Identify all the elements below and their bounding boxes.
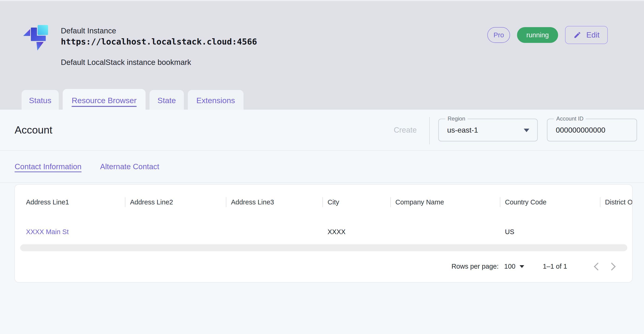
company-name-cell [390, 219, 500, 244]
tab-status-label: Status [29, 96, 51, 105]
edit-button[interactable]: Edit [565, 26, 608, 44]
contact-information-card: Address Line1 Address Line2 Address Line… [14, 184, 632, 283]
address-line1-link[interactable]: XXXX Main St [26, 228, 69, 236]
account-id-field: Account ID [547, 119, 637, 141]
account-toolbar: Account Create Region us-east-1 Account … [0, 110, 644, 151]
account-id-input[interactable] [556, 119, 632, 141]
tab-state-label: State [158, 96, 176, 105]
pencil-icon [574, 31, 581, 39]
region-select-label: Region [445, 115, 468, 122]
account-subtabs: Contact Information Alternate Contact [0, 151, 644, 183]
city-cell: XXXX [322, 219, 390, 244]
resource-browser-panel: Account Create Region us-east-1 Account … [0, 110, 644, 334]
column-header-district: District Or [600, 185, 632, 219]
column-header-address-line2: Address Line2 [125, 185, 226, 219]
pagination-range: 1–1 of 1 [543, 263, 567, 270]
status-badge: running [517, 27, 558, 43]
table-row: XXXX Main St XXXX US [15, 219, 632, 244]
table-header-row: Address Line1 Address Line2 Address Line… [15, 185, 632, 219]
subtab-alternate-contact[interactable]: Alternate Contact [100, 162, 159, 171]
tab-extensions[interactable]: Extensions [188, 90, 244, 111]
column-header-address-line3: Address Line3 [226, 185, 322, 219]
column-header-city: City [322, 185, 390, 219]
column-header-company-name: Company Name [390, 185, 500, 219]
previous-page-button[interactable] [588, 258, 605, 275]
rows-per-page-select[interactable]: 100 [504, 263, 524, 270]
country-code-cell: US [500, 219, 600, 244]
table-pagination: Rows per page: 100 1–1 of 1 [15, 251, 632, 282]
localstack-logo [22, 22, 54, 53]
district-cell [600, 219, 632, 244]
rows-per-page-label: Rows per page: [452, 263, 499, 270]
dropdown-arrow-icon [524, 129, 529, 132]
next-page-button[interactable] [605, 258, 621, 275]
region-select-value: us-east-1 [447, 126, 478, 135]
address-line2-cell [125, 219, 226, 244]
edit-button-label: Edit [586, 31, 600, 39]
page-title: Account [15, 124, 52, 136]
horizontal-scrollbar[interactable] [20, 244, 627, 251]
address-line3-cell [226, 219, 322, 244]
tab-state[interactable]: State [150, 90, 184, 111]
instance-info: Default Instance https://localhost.local… [61, 26, 257, 67]
instance-subtitle: Default LocalStack instance bookmark [61, 57, 257, 67]
header-actions: Pro running Edit [487, 26, 608, 44]
rows-per-page-value: 100 [504, 263, 516, 270]
instance-title: Default Instance [61, 26, 257, 36]
tab-resource-browser-label: Resource Browser [72, 96, 137, 105]
create-button[interactable]: Create [392, 125, 418, 135]
column-header-country-code: Country Code [500, 185, 600, 219]
chevron-left-icon [594, 263, 602, 271]
toolbar-divider [429, 117, 430, 144]
caret-down-icon [520, 265, 524, 268]
chevron-right-icon [608, 263, 616, 271]
localstack-instance-page: Default Instance https://localhost.local… [0, 0, 644, 334]
column-header-address-line1: Address Line1 [15, 185, 125, 219]
tab-extensions-label: Extensions [196, 96, 235, 105]
tab-status[interactable]: Status [22, 90, 59, 111]
subtab-contact-information[interactable]: Contact Information [15, 162, 82, 171]
instance-url: https://localhost.localstack.cloud:4566 [61, 36, 257, 47]
instance-header: Default Instance https://localhost.local… [0, 1, 644, 110]
region-select[interactable]: Region us-east-1 [438, 119, 538, 141]
tab-resource-browser[interactable]: Resource Browser [63, 89, 146, 112]
pro-badge: Pro [487, 27, 510, 43]
